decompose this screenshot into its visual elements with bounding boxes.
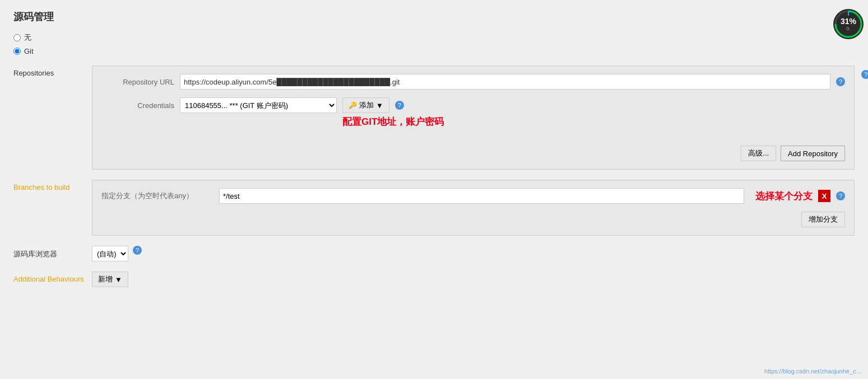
branch-btn-row: 增加分支	[101, 212, 845, 227]
corner-widget: 31% 0.	[833, 9, 864, 39]
repositories-content: Repository URL ? Credentials 110684555..…	[92, 65, 855, 170]
repo-url-input[interactable]	[180, 74, 830, 90]
credentials-label: Credentials	[101, 101, 174, 110]
credentials-row: Credentials 110684555... *** (GIT 账户密码) …	[101, 97, 845, 113]
source-browser-label: 源码库浏览器	[13, 246, 92, 259]
radio-none-label: 无	[24, 32, 31, 43]
radio-group: 无 Git	[13, 32, 855, 55]
repositories-section-row: Repositories Repository URL ? Credential…	[13, 65, 855, 170]
arc-svg	[833, 9, 864, 39]
advanced-button[interactable]: 高级...	[741, 146, 776, 161]
add-repository-button[interactable]: Add Repository	[781, 146, 845, 161]
add-branch-button[interactable]: 增加分支	[801, 212, 845, 227]
radio-git[interactable]: Git	[13, 47, 855, 55]
radio-git-input[interactable]	[13, 48, 21, 55]
branches-content: 指定分支（为空时代表any） 选择某个分支 X ? 增加分支	[92, 180, 855, 236]
add-credentials-button[interactable]: 🔑 添加 ▼	[342, 97, 389, 113]
new-behaviour-button[interactable]: 新增 ▼	[92, 272, 128, 287]
new-btn-caret: ▼	[115, 275, 122, 284]
annotation-area: 配置GIT地址，账户密码	[101, 121, 845, 138]
source-browser-help-icon[interactable]: ?	[133, 246, 142, 255]
radio-git-label: Git	[24, 47, 34, 55]
repo-url-help-icon[interactable]: ?	[836, 77, 845, 86]
repo-url-label: Repository URL	[101, 78, 174, 86]
credentials-select[interactable]: 110684555... *** (GIT 账户密码)	[180, 97, 337, 113]
additional-label: Additional Behaviours	[13, 272, 92, 283]
new-btn-label: 新增	[98, 274, 113, 284]
branch-row: 指定分支（为空时代表any） 选择某个分支 X ?	[101, 188, 845, 204]
annotation-git-config: 配置GIT地址，账户密码	[342, 115, 444, 128]
repositories-wrapper: Repository URL ? Credentials 110684555..…	[92, 65, 855, 170]
source-browser-row: (自动)	[92, 246, 128, 261]
repositories-section-help-icon[interactable]: ?	[861, 70, 868, 79]
repo-btn-row: 高级... Add Repository	[101, 146, 845, 161]
branch-input[interactable]	[219, 188, 744, 204]
repositories-label: Repositories	[13, 65, 92, 77]
remove-branch-button[interactable]: X	[818, 190, 830, 202]
source-browser-section-row: 源码库浏览器 (自动) ?	[13, 246, 855, 261]
annotation-branch: 选择某个分支	[755, 190, 813, 203]
page-title: 源码管理	[13, 10, 855, 24]
credentials-help-icon[interactable]: ?	[395, 101, 404, 110]
additional-row: 新增 ▼	[92, 272, 128, 287]
watermark: https://blog.csdn.net/zhaojunhe_c...	[764, 368, 861, 375]
source-browser-wrapper: (自动) ?	[92, 246, 855, 261]
add-btn-caret: ▼	[376, 101, 383, 110]
branches-section-row: Branches to build 指定分支（为空时代表any） 选择某个分支 …	[13, 180, 855, 236]
branch-field-label: 指定分支（为空时代表any）	[101, 191, 213, 201]
additional-section-row: Additional Behaviours 新增 ▼	[13, 272, 855, 287]
add-btn-label: 添加	[359, 100, 374, 110]
branch-help-icon[interactable]: ?	[836, 191, 845, 200]
page-container: 源码管理 无 Git Repositories Repository URL ?	[0, 0, 868, 307]
source-browser-select[interactable]: (自动)	[92, 246, 128, 261]
key-icon: 🔑	[349, 101, 357, 109]
radio-none-input[interactable]	[13, 34, 21, 41]
radio-none[interactable]: 无	[13, 32, 855, 43]
branches-label: Branches to build	[13, 180, 92, 191]
branches-wrapper: 指定分支（为空时代表any） 选择某个分支 X ? 增加分支	[92, 180, 855, 236]
repo-url-row: Repository URL ?	[101, 74, 845, 90]
